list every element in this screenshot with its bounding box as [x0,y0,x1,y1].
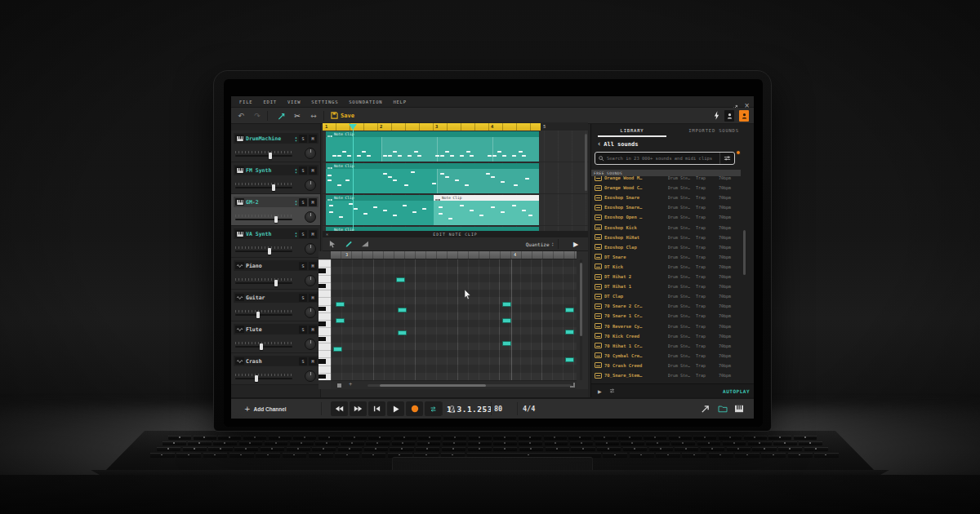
volume-slider-thumb[interactable] [274,216,278,223]
midi-note[interactable] [396,277,405,282]
play-button[interactable] [387,401,404,416]
note-clip[interactable]: Note Clip [326,131,539,162]
solo-button[interactable]: S [299,326,307,334]
channel-strip-gm-2[interactable]: GM-2▴▾SM [231,194,321,226]
black-key[interactable] [318,374,326,379]
solo-button[interactable]: S [299,230,307,238]
midi-note[interactable] [398,330,407,335]
volume-slider-thumb[interactable] [260,343,263,350]
sound-list-item[interactable]: DT KickDrum Ste…Trap70bpm [591,262,741,272]
chevron-up-down-icon[interactable]: ▴▾ [295,135,297,142]
black-key[interactable] [318,359,326,364]
quantize-dropdown[interactable]: Quantize ▴▾ [526,241,554,247]
mute-button[interactable]: M [309,294,317,302]
midi-note[interactable] [565,308,574,312]
close-editor-icon[interactable]: ✕ [326,232,328,237]
volume-slider-thumb[interactable] [269,153,272,159]
add-channel-button[interactable]: + Add Channel [244,399,287,419]
library-scroll-thumb[interactable] [743,230,746,275]
volume-slider[interactable] [235,246,292,253]
channel-strip-drummachine[interactable]: DrumMachine▴▾SM [231,131,321,162]
volume-slider[interactable] [235,183,292,189]
resize-grip-icon[interactable] [570,383,575,388]
volume-slider[interactable] [235,374,292,380]
pan-knob[interactable] [305,339,316,350]
piano-keys-column[interactable] [318,259,331,380]
editor-vscroll-thumb[interactable] [580,263,582,336]
zoom-handle[interactable] [337,383,341,388]
menu-item-view[interactable]: VIEW [287,100,301,104]
volume-slider[interactable] [235,342,292,348]
solo-button[interactable]: S [299,166,307,175]
volume-slider[interactable] [235,151,292,157]
time-signature-display[interactable]: 4/4 [523,399,535,419]
midi-note[interactable] [333,347,342,352]
arrangement-area[interactable]: Note ClipNote ClipNote ClipNote ClipNote… [323,131,588,231]
midi-note[interactable] [502,318,511,323]
cut-tool-icon[interactable]: ✂ [291,110,304,122]
sound-list-item[interactable]: Exoshop SnareDrum Ste…Trap70bpm [591,193,741,202]
sound-list-item[interactable]: 70 Snare 2 Cr…Drum Ste…Trap70bpm [591,301,741,311]
sound-list-item[interactable]: Exoshop Snare…Drum Ste…Trap70bpm [591,202,741,212]
redo-icon[interactable]: ↷ [251,110,264,122]
sound-list-item[interactable]: Exoshop ClapDrum Ste…Trap70bpm [591,242,741,252]
menu-item-settings[interactable]: SETTINGS [311,100,338,104]
quick-actions-lightning-icon[interactable] [714,108,719,123]
sound-list-item[interactable]: 70 Kick CreedDrum Ste…Trap70bpm [591,331,741,341]
undo-icon[interactable]: ↶ [234,110,247,122]
loop-button[interactable] [425,401,442,416]
editor-play-icon[interactable]: ▶ [570,241,581,248]
sound-list-item[interactable]: 70_Snare_Stem…Drum Ste…Trap70bpm [591,370,741,380]
solo-button[interactable]: S [299,262,307,270]
sound-list-item[interactable]: 70 Cymbal Cre…Drum Ste…Trap70bpm [591,351,741,361]
pan-knob[interactable] [305,148,316,159]
volume-slider[interactable] [235,310,292,317]
save-button[interactable]: Save [331,112,354,119]
mute-button[interactable]: M [309,262,317,270]
channel-strip-va-synth[interactable]: VA Synth▴▾SM [231,226,321,258]
solo-button[interactable]: S [299,294,307,302]
editor-velocity-tool-icon[interactable] [359,239,372,250]
black-key[interactable] [318,268,326,273]
collaborator-avatar-icon[interactable] [739,110,749,122]
chevron-up-down-icon[interactable]: ▴▾ [295,231,297,237]
solo-button[interactable]: S [299,135,307,143]
midi-note[interactable] [502,341,511,346]
sound-list-item[interactable]: Exoshop Open …Drum Ste…Trap70bpm [591,212,741,222]
rewind-button[interactable] [331,401,348,416]
note-clip[interactable]: Note Clip [326,195,434,225]
midi-note[interactable] [565,330,574,335]
sound-list-item[interactable]: 70 Reverse Cy…Drum Ste…Trap70bpm [591,321,741,331]
select-tool-icon[interactable] [274,110,287,122]
chevron-up-down-icon[interactable]: ▴▾ [295,167,297,174]
tempo-display[interactable]: 80 [494,399,502,419]
chevron-up-down-icon[interactable]: ▴▾ [295,199,297,206]
volume-slider[interactable] [235,278,292,285]
skip-start-button[interactable] [368,401,385,416]
volume-slider-thumb[interactable] [256,312,260,318]
note-grid[interactable] [331,259,577,380]
pan-knob[interactable] [305,179,316,191]
channel-strip-crash[interactable]: CrashSM [231,353,321,385]
preview-loop-icon[interactable] [608,388,616,394]
mute-button[interactable]: M [309,166,317,175]
library-tab-library[interactable]: LIBRARY [591,124,673,137]
midi-note[interactable] [336,318,345,323]
menu-item-help[interactable]: HELP [393,100,406,104]
sound-list-item[interactable]: Exoshop HiHatDrum Ste…Trap70bpm [591,233,741,242]
sound-list-item[interactable]: Orange Wood C…Drum Ste…Trap70bpm [591,183,741,193]
autoplay-label[interactable]: AUTOPLAY [723,388,750,394]
menu-item-soundation[interactable]: SOUNDATION [349,100,382,104]
fast-forward-button[interactable] [350,401,367,416]
mute-button[interactable]: M [309,357,317,366]
black-key[interactable] [318,307,326,312]
pan-knob[interactable] [305,307,316,318]
record-button[interactable] [406,401,423,416]
mute-button[interactable]: M [309,326,317,334]
search-input[interactable] [607,156,719,161]
volume-slider-thumb[interactable] [274,280,278,286]
sound-list-item[interactable]: 70 Crash CreedDrum Ste…Trap70bpm [591,361,741,370]
user-avatar-icon[interactable] [724,110,734,122]
timeline-ruler[interactable]: 12345 [323,122,588,131]
menu-item-edit[interactable]: EDIT [263,100,276,104]
